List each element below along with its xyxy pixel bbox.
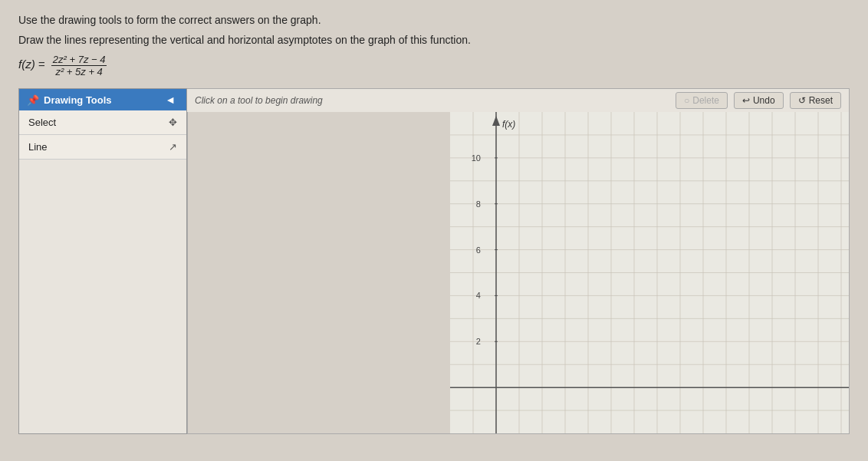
undo-label: Undo <box>753 95 775 106</box>
delete-icon: ○ <box>684 95 689 106</box>
hint-text: Click on a tool to begin drawing <box>195 95 669 106</box>
instruction-2: Draw the lines representing the vertical… <box>18 34 850 46</box>
pin-icon: 📌 <box>27 94 39 106</box>
main-container: 📌 Drawing Tools ◄ Select ✥ Line ↗ Click … <box>18 88 850 434</box>
svg-text:4: 4 <box>476 291 481 300</box>
svg-text:8: 8 <box>476 199 481 209</box>
right-panel: Click on a tool to begin drawing ○ Delet… <box>187 88 850 434</box>
line-tool-label: Line <box>28 141 48 153</box>
undo-icon: ↩ <box>742 95 750 106</box>
delete-label: Delete <box>692 95 719 106</box>
reset-icon: ↺ <box>798 95 806 106</box>
svg-marker-31 <box>492 116 500 126</box>
graph-canvas: f(x) 10 8 6 <box>450 112 849 433</box>
formula-label: f(z) = <box>18 58 45 71</box>
select-tool-label: Select <box>28 117 56 128</box>
svg-text:6: 6 <box>476 245 481 255</box>
undo-button[interactable]: ↩ Undo <box>734 92 784 109</box>
reset-label: Reset <box>809 95 833 106</box>
graph-inner: f(x) 10 8 6 <box>188 112 849 433</box>
tools-header-left: 📌 Drawing Tools <box>27 94 112 106</box>
tools-panel: 📌 Drawing Tools ◄ Select ✥ Line ↗ <box>18 88 187 434</box>
select-tool-icon: ✥ <box>169 117 177 128</box>
select-tool[interactable]: Select ✥ <box>19 110 186 135</box>
formula: f(z) = 2z² + 7z − 4 z² + 5z + 4 <box>18 54 850 77</box>
instruction-1: Use the drawing tools to form the correc… <box>18 14 850 26</box>
svg-text:2: 2 <box>476 337 481 346</box>
delete-button[interactable]: ○ Delete <box>676 92 728 109</box>
line-tool[interactable]: Line ↗ <box>19 135 186 160</box>
tools-header: 📌 Drawing Tools ◄ <box>19 89 186 110</box>
collapse-button[interactable]: ◄ <box>162 94 179 106</box>
svg-text:10: 10 <box>472 153 481 163</box>
formula-numerator: 2z² + 7z − 4 <box>51 54 107 66</box>
graph-area[interactable]: f(x) 10 8 6 <box>187 112 850 434</box>
formula-denominator: z² + 5z + 4 <box>54 66 104 77</box>
tools-title: Drawing Tools <box>44 94 112 106</box>
line-tool-icon: ↗ <box>169 141 177 153</box>
formula-fraction: 2z² + 7z − 4 z² + 5z + 4 <box>51 54 107 77</box>
svg-text:f(x): f(x) <box>502 119 515 130</box>
reset-button[interactable]: ↺ Reset <box>790 92 841 109</box>
toolbar-row: Click on a tool to begin drawing ○ Delet… <box>187 88 850 112</box>
graph-svg: f(x) 10 8 6 <box>450 112 849 433</box>
